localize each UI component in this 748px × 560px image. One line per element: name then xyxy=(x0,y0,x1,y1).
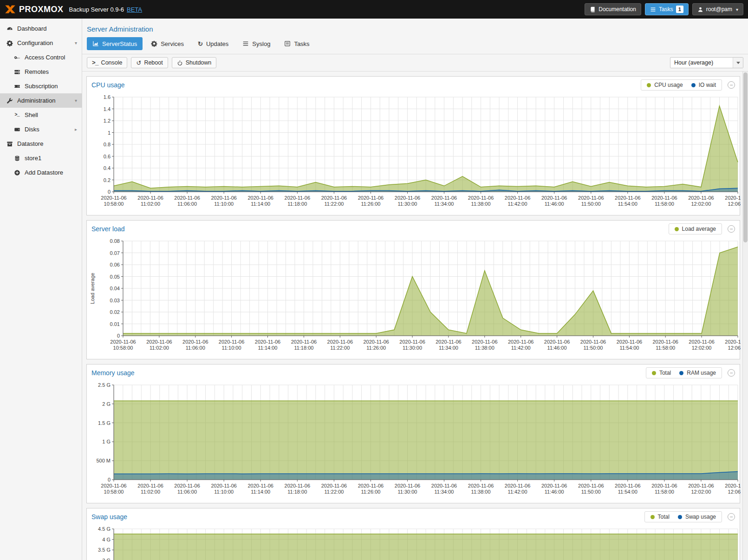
svg-text:2020-11-06: 2020-11-06 xyxy=(688,195,714,201)
sidebar-item-add-datastore[interactable]: Add Datastore xyxy=(0,165,82,180)
panel-title: Server load xyxy=(91,225,125,233)
svg-text:2.5 G: 2.5 G xyxy=(98,382,111,388)
svg-text:11:46:00: 11:46:00 xyxy=(547,345,567,351)
tab-services[interactable]: Services xyxy=(145,37,189,50)
terminal-icon: >_ xyxy=(13,111,21,119)
svg-text:500 M: 500 M xyxy=(96,458,111,463)
svg-text:1: 1 xyxy=(108,130,111,136)
sidebar-item-remotes[interactable]: Remotes xyxy=(0,65,82,79)
svg-text:11:30:00: 11:30:00 xyxy=(397,489,417,495)
tab-label: Tasks xyxy=(294,40,309,47)
sidebar-item-label: Subscription xyxy=(25,83,58,90)
svg-text:0.6: 0.6 xyxy=(104,154,111,159)
console-label: Console xyxy=(101,59,123,66)
svg-text:2020-11-06: 2020-11-06 xyxy=(395,195,420,201)
legend-item: Total xyxy=(650,514,670,520)
svg-text:2020-11-06: 2020-11-06 xyxy=(725,195,741,201)
chart-legend: Load average xyxy=(669,223,722,234)
tab-updates[interactable]: ↻ Updates xyxy=(192,37,234,50)
legend-dot xyxy=(652,371,656,375)
svg-text:11:02:00: 11:02:00 xyxy=(141,489,160,495)
svg-text:2020-11-06: 2020-11-06 xyxy=(101,483,126,488)
svg-text:2020-11-06: 2020-11-06 xyxy=(652,339,678,345)
user-label: root@pam xyxy=(706,6,732,13)
svg-text:2020-11-06: 2020-11-06 xyxy=(580,339,606,345)
collapse-icon[interactable]: − xyxy=(728,225,735,233)
svg-text:2020-11-06: 2020-11-06 xyxy=(174,483,200,488)
svg-text:2020-11-06: 2020-11-06 xyxy=(211,483,236,488)
svg-text:0.02: 0.02 xyxy=(110,309,120,315)
vertical-scrollbar[interactable] xyxy=(742,72,748,560)
tab-syslog[interactable]: Syslog xyxy=(237,37,276,50)
sidebar-item-store1[interactable]: store1 xyxy=(0,151,82,165)
shutdown-button[interactable]: Shutdown xyxy=(172,57,217,68)
svg-text:2020-11-06: 2020-11-06 xyxy=(358,483,384,488)
svg-text:2020-11-06: 2020-11-06 xyxy=(505,195,530,201)
svg-text:2020-11-06: 2020-11-06 xyxy=(436,339,461,345)
user-menu-button[interactable]: root@pam ▾ xyxy=(692,3,743,15)
tasks-button[interactable]: Tasks 1 xyxy=(645,3,689,15)
svg-text:2 G: 2 G xyxy=(102,401,111,407)
svg-text:11:34:00: 11:34:00 xyxy=(439,345,458,351)
sidebar-item-subscription[interactable]: Subscription xyxy=(0,79,82,93)
tab-label: ServerStatus xyxy=(102,40,137,47)
svg-text:11:50:00: 11:50:00 xyxy=(581,201,601,207)
ticket-icon xyxy=(13,83,21,90)
collapse-icon[interactable]: − xyxy=(728,81,735,89)
legend-item: IO wait xyxy=(691,82,716,88)
beta-link[interactable]: BETA xyxy=(127,6,142,13)
main-panel: Server Administration ServerStatus Servi… xyxy=(82,19,748,560)
collapse-icon[interactable]: − xyxy=(728,513,735,521)
legend-dot xyxy=(675,227,679,231)
sidebar-item-configuration[interactable]: Configuration ▾ xyxy=(0,36,82,50)
sidebar-item-access-control[interactable]: Access Control xyxy=(0,50,82,65)
tab-serverstatus[interactable]: ServerStatus xyxy=(87,37,143,50)
svg-text:2020-11-06: 2020-11-06 xyxy=(174,195,200,201)
chart-legend: CPU usageIO wait xyxy=(641,79,722,91)
legend-item: RAM usage xyxy=(679,370,716,376)
tab-tasks[interactable]: Tasks xyxy=(279,37,315,50)
sidebar-item-administration[interactable]: Administration ▾ xyxy=(0,93,82,108)
svg-text:11:10:00: 11:10:00 xyxy=(214,489,234,495)
sidebar-item-label: Configuration xyxy=(17,39,53,46)
sidebar-item-disks[interactable]: Disks ▸ xyxy=(0,122,82,137)
sidebar-item-label: Remotes xyxy=(25,68,49,75)
svg-text:2020-11-06: 2020-11-06 xyxy=(110,339,136,345)
svg-text:3 G: 3 G xyxy=(102,558,111,560)
documentation-button[interactable]: Documentation xyxy=(585,3,641,15)
gears-icon xyxy=(151,40,157,47)
svg-text:11:38:00: 11:38:00 xyxy=(471,201,491,207)
svg-text:2020-11-06: 2020-11-06 xyxy=(578,195,604,201)
tab-label: Syslog xyxy=(252,40,270,47)
timeframe-select[interactable]: Hour (average) xyxy=(670,57,743,68)
sidebar-item-shell[interactable]: >_ Shell xyxy=(0,108,82,122)
svg-text:11:50:00: 11:50:00 xyxy=(581,489,601,495)
svg-text:1.4: 1.4 xyxy=(104,106,111,112)
svg-text:2020-11-06: 2020-11-06 xyxy=(541,195,567,201)
svg-text:11:10:00: 11:10:00 xyxy=(222,345,241,351)
collapse-icon[interactable]: − xyxy=(728,369,735,377)
console-button[interactable]: >_ Console xyxy=(87,57,127,68)
svg-text:2020-11-06: 2020-11-06 xyxy=(363,339,389,345)
svg-text:11:02:00: 11:02:00 xyxy=(141,201,160,207)
tasks-label: Tasks xyxy=(659,6,673,13)
svg-text:11:38:00: 11:38:00 xyxy=(475,345,494,351)
scrollbar-thumb[interactable] xyxy=(743,72,748,242)
reboot-button[interactable]: ↺ Reboot xyxy=(131,57,168,68)
svg-text:0.08: 0.08 xyxy=(110,238,120,244)
sidebar-item-datastore[interactable]: Datastore xyxy=(0,137,82,151)
svg-text:11:34:00: 11:34:00 xyxy=(434,489,454,495)
server-icon xyxy=(13,68,21,76)
svg-text:2020-11-06: 2020-11-06 xyxy=(321,195,347,201)
header-actions: Documentation Tasks 1 root@pam ▾ xyxy=(585,3,743,15)
panel-title: Memory usage xyxy=(91,369,135,377)
svg-text:1.6: 1.6 xyxy=(104,94,111,100)
product-version: Backup Server 0.9-6 xyxy=(69,6,124,13)
archive-icon xyxy=(6,140,13,148)
gauge-icon xyxy=(6,25,13,33)
sidebar-item-label: Access Control xyxy=(25,54,65,61)
svg-text:2020-11-06: 2020-11-06 xyxy=(399,339,425,345)
svg-text:11:54:00: 11:54:00 xyxy=(618,201,637,207)
top-header: PROXMOX Backup Server 0.9-6 BETA Documen… xyxy=(0,0,748,19)
sidebar-item-dashboard[interactable]: Dashboard xyxy=(0,21,82,36)
